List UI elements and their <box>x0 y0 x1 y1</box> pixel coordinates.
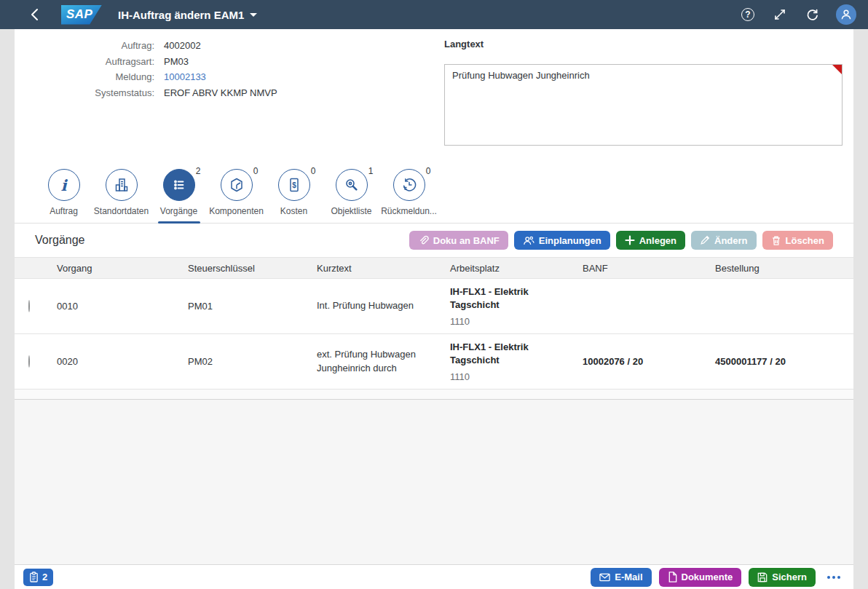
history-clock-icon <box>393 169 425 201</box>
arbeitsplatz-name: IH-FLX1 - Elektrik Tagschicht <box>450 341 543 366</box>
doku-an-banf-button[interactable]: Doku an BANF <box>409 231 508 250</box>
cell-kurztext: ext. Prüfung Hubwagen Jungheinrich durch <box>317 348 433 376</box>
column-header: Arbeitsplatz <box>450 263 583 274</box>
field-auftrag: Auftrag: 4002002 <box>15 38 277 54</box>
button-label: Sichern <box>772 572 807 582</box>
field-value: PM03 <box>164 56 189 67</box>
tab-vorgaenge[interactable]: 2 Vorgänge <box>150 162 208 223</box>
tab-count: 1 <box>368 166 374 176</box>
button-label: Einplanungen <box>539 235 601 246</box>
money-bill-icon: $ <box>278 169 310 201</box>
field-systemstatus: Systemstatus: EROF ABRV KKMP NMVP <box>15 85 277 101</box>
sichern-button[interactable]: Sichern <box>749 568 816 587</box>
pencil-icon <box>700 235 710 245</box>
column-header: Vorgang <box>57 263 188 274</box>
back-icon[interactable] <box>25 4 45 25</box>
app-title: IH-Auftrag ändern EAM1 <box>118 9 244 21</box>
langtext-textarea[interactable]: Prüfung Hubwagen Jungheinrich <box>444 64 843 146</box>
field-label: Meldung: <box>15 71 164 82</box>
people-icon <box>523 235 534 246</box>
column-header: BANF <box>583 263 715 274</box>
app-title-menu[interactable]: IH-Auftrag ändern EAM1 <box>118 9 257 21</box>
plus-icon <box>625 235 635 245</box>
column-header: Steuerschlüssel <box>188 263 317 274</box>
building-icon <box>106 169 138 201</box>
button-label: Ändern <box>714 235 748 246</box>
tab-label: Auftrag <box>50 206 78 216</box>
row-radio-button[interactable] <box>28 300 30 312</box>
column-header: Bestellung <box>715 263 853 274</box>
wrench-magnifier-icon <box>336 169 368 201</box>
dokumente-button[interactable]: Dokumente <box>659 568 742 587</box>
field-meldung: Meldung: 10002133 <box>15 69 277 85</box>
table-row[interactable]: 0010 PM01 Int. Prüfung Hubwagen IH-FLX1 … <box>15 279 853 334</box>
user-avatar[interactable] <box>836 4 856 25</box>
field-label: Systemstatus: <box>15 87 164 98</box>
row-radio-button[interactable] <box>28 355 30 368</box>
fullscreen-icon[interactable] <box>772 7 788 23</box>
arbeitsplatz-werk: 1110 <box>450 371 543 382</box>
cell-arbeitsplatz: IH-FLX1 - Elektrik Tagschicht 1110 <box>450 334 543 389</box>
field-value: EROF ABRV KKMP NMVP <box>164 87 277 98</box>
svg-text:$: $ <box>292 181 296 189</box>
envelope-icon <box>599 573 610 582</box>
chevron-down-icon <box>250 13 257 17</box>
arbeitsplatz-name: IH-FLX1 - Elektrik Tagschicht <box>450 285 543 311</box>
page-content: Auftrag: 4002002 Auftragsart: PM03 Meldu… <box>15 29 853 589</box>
tab-label: Standortdaten <box>94 206 149 216</box>
order-key-values: Auftrag: 4002002 Auftragsart: PM03 Meldu… <box>15 38 277 100</box>
footer-bar: 2 E-Mail Dokumente Sichern <box>15 564 853 589</box>
anlegen-button[interactable]: Anlegen <box>616 231 685 250</box>
tab-rueckmeldungen[interactable]: 0 Rückmeldun... <box>380 162 438 223</box>
tab-label: Kosten <box>280 206 307 216</box>
button-label: Anlegen <box>639 235 676 246</box>
paperclip-icon <box>418 235 429 246</box>
overflow-menu-button[interactable] <box>823 576 845 579</box>
tab-auftrag[interactable]: i Auftrag <box>35 162 92 223</box>
tab-count: 0 <box>253 166 259 176</box>
field-value: 4002002 <box>164 40 201 51</box>
meldung-link[interactable]: 10002133 <box>164 71 206 82</box>
email-button[interactable]: E-Mail <box>591 568 651 587</box>
cell-kurztext: Int. Prüfung Hubwagen <box>317 299 433 313</box>
cell-vorgang: 0010 <box>57 301 188 312</box>
shell-bar: SAP IH-Auftrag ändern EAM1 ? <box>0 0 868 29</box>
cell-arbeitsplatz: IH-FLX1 - Elektrik Tagschicht 1110 <box>450 279 543 333</box>
field-auftragsart: Auftragsart: PM03 <box>15 54 277 70</box>
tab-label: Rückmeldun... <box>381 206 437 216</box>
tab-standortdaten[interactable]: Standortdaten <box>92 162 150 223</box>
tab-count: 0 <box>311 166 316 176</box>
save-icon <box>757 572 768 582</box>
icon-tab-bar: i Auftrag Standortdaten <box>15 162 853 224</box>
cell-banf: 10002076 / 20 <box>583 356 715 367</box>
messages-button[interactable]: 2 <box>23 569 53 586</box>
box-icon <box>221 169 253 201</box>
button-label: Löschen <box>786 235 824 246</box>
sap-logo: SAP <box>61 5 102 25</box>
tab-label: Komponenten <box>209 206 264 216</box>
button-label: Dokumente <box>682 572 733 582</box>
tab-objektliste[interactable]: 1 Objektliste <box>323 162 380 223</box>
aendern-button[interactable]: Ändern <box>691 231 757 250</box>
refresh-icon[interactable] <box>804 7 820 23</box>
section-title: Vorgänge <box>35 234 85 247</box>
einplanungen-button[interactable]: Einplanungen <box>514 231 610 250</box>
langtext-field-wrap: Prüfung Hubwagen Jungheinrich <box>444 64 843 146</box>
tab-label: Objektliste <box>331 206 371 216</box>
messages-count: 2 <box>42 572 47 582</box>
order-header: Auftrag: 4002002 Auftragsart: PM03 Meldu… <box>15 29 853 162</box>
tab-count: 0 <box>426 166 431 176</box>
table-row[interactable]: 0020 PM02 ext. Prüfung Hubwagen Junghein… <box>15 334 853 390</box>
langtext-label: Langtext <box>444 39 484 50</box>
field-label: Auftrag: <box>15 40 164 51</box>
info-icon: i <box>48 169 80 201</box>
field-label: Auftragsart: <box>15 56 164 67</box>
button-label: Doku an BANF <box>433 235 500 246</box>
empty-area <box>15 390 853 564</box>
loeschen-button[interactable]: Löschen <box>762 231 833 250</box>
tab-count: 2 <box>196 166 201 176</box>
tab-komponenten[interactable]: 0 Komponenten <box>208 162 265 223</box>
tab-kosten[interactable]: $ 0 Kosten <box>265 162 323 223</box>
vorgaenge-table: Vorgang Steuerschlüssel Kurztext Arbeits… <box>15 257 853 390</box>
help-icon[interactable]: ? <box>740 7 756 23</box>
